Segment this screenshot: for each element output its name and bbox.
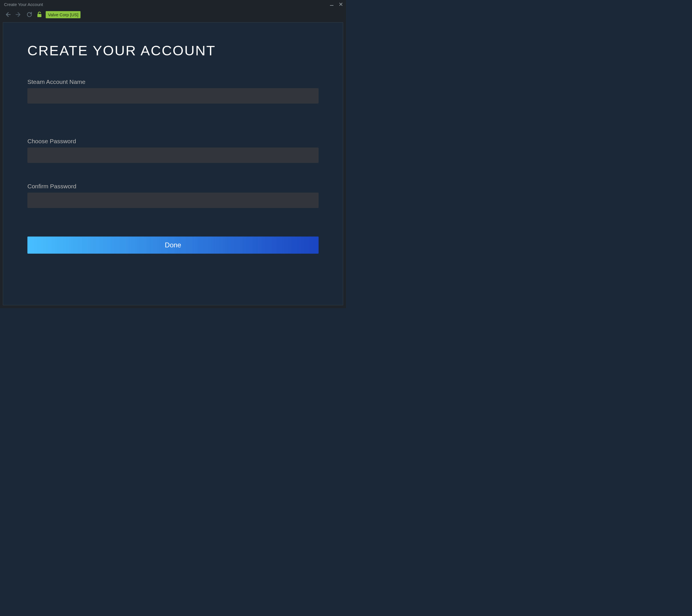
- svg-rect-3: [37, 14, 41, 17]
- confirm-password-group: Confirm Password: [27, 183, 319, 208]
- reload-button[interactable]: [26, 11, 33, 18]
- minimize-icon: [330, 2, 334, 6]
- confirm-password-label: Confirm Password: [27, 183, 319, 190]
- page-heading: CREATE YOUR ACCOUNT: [27, 43, 319, 59]
- account-name-group: Steam Account Name: [27, 79, 319, 104]
- done-button[interactable]: Done: [27, 237, 319, 254]
- app-window: Create Your Account: [0, 0, 346, 308]
- minimize-button[interactable]: [329, 1, 335, 7]
- browser-toolbar: Valve Corp [US]: [0, 8, 346, 21]
- arrow-right-icon: [15, 11, 22, 18]
- window-title: Create Your Account: [4, 2, 43, 7]
- account-name-input[interactable]: [27, 88, 319, 104]
- titlebar: Create Your Account: [0, 0, 346, 8]
- window-controls: [329, 1, 344, 7]
- close-button[interactable]: [338, 1, 344, 7]
- certificate-badge[interactable]: Valve Corp [US]: [46, 11, 81, 18]
- back-button[interactable]: [4, 11, 12, 18]
- choose-password-group: Choose Password: [27, 138, 319, 163]
- account-name-label: Steam Account Name: [27, 79, 319, 85]
- lock-icon: [37, 12, 42, 18]
- reload-icon: [26, 12, 33, 18]
- choose-password-label: Choose Password: [27, 138, 319, 145]
- arrow-left-icon: [4, 11, 11, 18]
- forward-button[interactable]: [15, 11, 22, 18]
- content-frame: CREATE YOUR ACCOUNT Steam Account Name C…: [3, 22, 343, 305]
- svg-rect-0: [330, 5, 333, 6]
- close-icon: [339, 2, 343, 6]
- confirm-password-input[interactable]: [27, 193, 319, 208]
- choose-password-input[interactable]: [27, 148, 319, 163]
